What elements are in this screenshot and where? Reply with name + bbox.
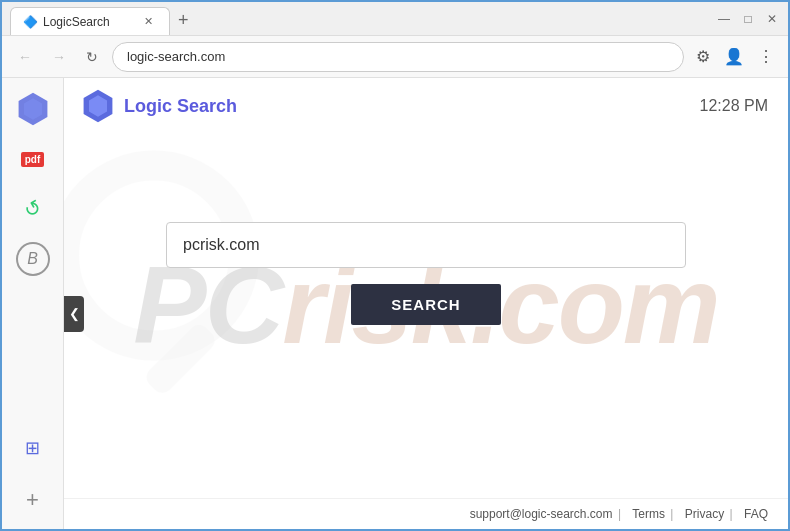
footer-separator-2: | — [670, 507, 673, 521]
add-icon: + — [26, 487, 39, 513]
address-bar: ← → ↻ ⚙ 👤 ⋮ — [2, 36, 788, 78]
page-content: PCrisk.com Logic Se — [64, 78, 788, 529]
search-input[interactable] — [166, 222, 686, 268]
search-button[interactable]: SEARCH — [351, 284, 500, 325]
search-area: ❮ SEARCH — [64, 129, 788, 498]
logo-hex-icon — [80, 88, 116, 124]
sync-icon: ↺ — [19, 194, 46, 223]
sidebar-item-sync[interactable]: ↺ — [12, 188, 54, 230]
tab-close-button[interactable]: ✕ — [140, 13, 157, 30]
window-controls: — □ ✕ — [716, 11, 780, 27]
logo-area: Logic Search — [80, 88, 237, 124]
content-area: pdf ↺ B ⊞ + PCrisk.com — [2, 78, 788, 529]
toolbar-icons: ⚙ 👤 ⋮ — [692, 43, 778, 70]
active-tab[interactable]: 🔷 LogicSearch ✕ — [10, 7, 170, 35]
tab-title: LogicSearch — [43, 15, 110, 29]
page-footer: support@logic-search.com | Terms | Priva… — [64, 498, 788, 529]
time-display: 12:28 PM — [700, 97, 768, 115]
address-input[interactable] — [112, 42, 684, 72]
sidebar-item-grid[interactable]: ⊞ — [12, 427, 54, 469]
privacy-link[interactable]: Privacy — [685, 507, 724, 521]
sidebar-item-pdf[interactable]: pdf — [12, 138, 54, 180]
pdf-icon: pdf — [21, 152, 45, 167]
minimize-button[interactable]: — — [716, 11, 732, 27]
footer-separator-1: | — [618, 507, 621, 521]
menu-icon-button[interactable]: ⋮ — [754, 43, 778, 70]
sidebar-item-add[interactable]: + — [12, 477, 54, 519]
account-icon-button[interactable]: 👤 — [720, 43, 748, 70]
back-button[interactable]: ← — [12, 45, 38, 69]
settings-icon-button[interactable]: ⚙ — [692, 43, 714, 70]
sidebar: pdf ↺ B ⊞ + — [2, 78, 64, 529]
terms-link[interactable]: Terms — [632, 507, 665, 521]
logo-text: Logic Search — [124, 96, 237, 117]
sidebar-item-bitcoin[interactable]: B — [12, 238, 54, 280]
forward-button[interactable]: → — [46, 45, 72, 69]
page-header: Logic Search 12:28 PM — [64, 78, 788, 129]
browser-window: 🔷 LogicSearch ✕ + — □ ✕ ← → ↻ ⚙ 👤 ⋮ — [0, 0, 790, 531]
search-box-wrapper: SEARCH — [126, 222, 726, 325]
hex-icon — [15, 91, 51, 127]
logo-hex — [80, 88, 116, 124]
sidebar-item-hex[interactable] — [12, 88, 54, 130]
close-window-button[interactable]: ✕ — [764, 11, 780, 27]
title-bar: 🔷 LogicSearch ✕ + — □ ✕ — [2, 2, 788, 36]
faq-link[interactable]: FAQ — [744, 507, 768, 521]
refresh-button[interactable]: ↻ — [80, 45, 104, 69]
bitcoin-icon: B — [16, 242, 50, 276]
tab-favicon: 🔷 — [23, 15, 37, 29]
new-tab-button[interactable]: + — [170, 6, 197, 35]
grid-icon: ⊞ — [25, 437, 40, 459]
tab-area: 🔷 LogicSearch ✕ + — [10, 2, 716, 35]
footer-separator-3: | — [730, 507, 733, 521]
maximize-button[interactable]: □ — [740, 11, 756, 27]
sidebar-toggle-button[interactable]: ❮ — [64, 296, 84, 332]
support-link[interactable]: support@logic-search.com — [470, 507, 613, 521]
